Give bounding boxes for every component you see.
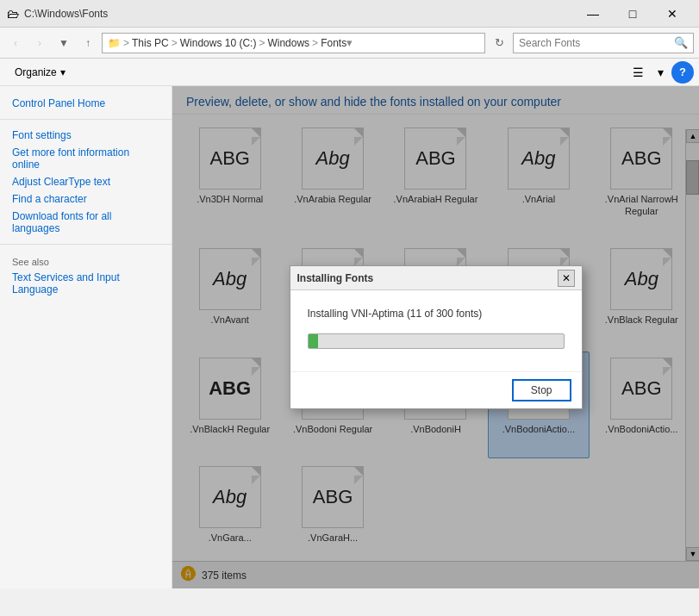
toolbar: Organize ▾ ☰ ▾ ?	[0, 59, 699, 86]
recent-locations-button[interactable]: ▼	[53, 33, 74, 53]
progress-bar-fill	[309, 334, 319, 348]
back-button[interactable]: ‹	[5, 33, 26, 53]
main-layout: Control Panel Home Font settings Get mor…	[0, 86, 699, 588]
organize-dropdown-icon: ▾	[60, 66, 66, 78]
folder-icon: 🗁	[7, 7, 19, 21]
sidebar-download-fonts[interactable]: Download fonts for all languages	[0, 208, 172, 237]
address-bar: ‹ › ▼ ↑ 📁 > This PC > Windows 10 (C:) > …	[0, 28, 699, 59]
breadcrumb-fonts[interactable]: Fonts	[321, 37, 346, 49]
stop-button[interactable]: Stop	[512, 379, 571, 401]
search-icon: 🔍	[674, 36, 688, 49]
window-title: C:\Windows\Fonts	[24, 8, 573, 20]
breadcrumb-folder-icon: 📁	[108, 37, 121, 49]
forward-button[interactable]: ›	[29, 33, 50, 53]
maximize-button[interactable]: □	[613, 0, 652, 28]
refresh-button[interactable]: ↻	[489, 33, 509, 53]
installing-fonts-dialog: Installing Fonts ✕ Installing VNI-Aptima…	[290, 265, 583, 409]
title-bar: 🗁 C:\Windows\Fonts — □ ✕	[0, 0, 699, 28]
sidebar-text-services[interactable]: Text Services and Input Language	[0, 269, 172, 298]
modal-overlay: Installing Fonts ✕ Installing VNI-Aptima…	[172, 86, 699, 588]
modal-title-bar: Installing Fonts ✕	[290, 266, 582, 290]
help-button[interactable]: ?	[671, 61, 694, 84]
progress-bar-track	[308, 333, 565, 349]
sidebar: Control Panel Home Font settings Get mor…	[0, 86, 172, 588]
view-toggle-button[interactable]: ☰	[627, 61, 649, 84]
modal-footer: Stop	[290, 371, 582, 408]
sidebar-see-also-label: See also	[0, 252, 172, 269]
search-input[interactable]	[519, 37, 674, 49]
sidebar-control-panel-home[interactable]: Control Panel Home	[0, 95, 172, 112]
close-button[interactable]: ✕	[652, 0, 692, 28]
breadcrumb-this-pc[interactable]: This PC	[132, 37, 169, 49]
sidebar-more-font-info[interactable]: Get more font information online	[0, 144, 172, 173]
up-button[interactable]: ↑	[78, 33, 98, 53]
view-options-button[interactable]: ▾	[649, 61, 671, 84]
sidebar-find-character[interactable]: Find a character	[0, 190, 172, 208]
window-controls: — □ ✕	[573, 0, 692, 28]
breadcrumb-windows-drive[interactable]: Windows 10 (C:)	[180, 37, 257, 49]
address-path[interactable]: 📁 > This PC > Windows 10 (C:) > Windows …	[102, 33, 485, 53]
modal-body: Installing VNI-Aptima (11 of 300 fonts)	[290, 290, 582, 371]
path-dropdown-button[interactable]: ▾	[346, 36, 353, 49]
modal-message: Installing VNI-Aptima (11 of 300 fonts)	[308, 308, 565, 320]
breadcrumb-windows[interactable]: Windows	[267, 37, 309, 49]
content-area: Preview, delete, or show and hide the fo…	[172, 86, 699, 588]
minimize-button[interactable]: —	[573, 0, 613, 28]
modal-title: Installing Fonts	[297, 272, 558, 284]
organize-label: Organize	[15, 66, 57, 78]
sidebar-cleartype[interactable]: Adjust ClearType text	[0, 173, 172, 190]
sidebar-font-settings[interactable]: Font settings	[0, 127, 172, 144]
search-box[interactable]: 🔍	[513, 33, 694, 53]
modal-close-button[interactable]: ✕	[558, 270, 575, 287]
organize-button[interactable]: Organize ▾	[5, 61, 75, 84]
